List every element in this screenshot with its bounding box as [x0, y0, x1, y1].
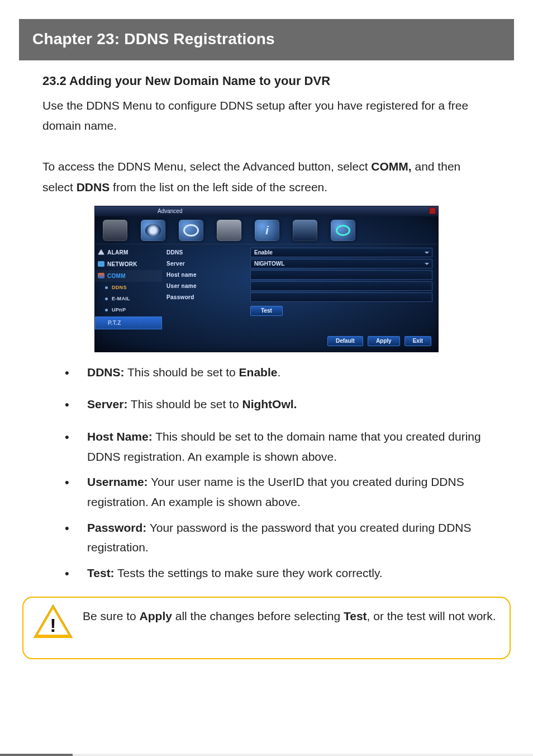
select-ddns-enable[interactable]: Enable [250, 248, 432, 257]
sidebar-label: COMM [107, 273, 126, 279]
page-footer: 91 [0, 754, 533, 756]
toolbar-power-icon[interactable] [331, 220, 355, 241]
bullet-key: Server: [87, 398, 127, 410]
bullet-test: Test: Tests the settings to make sure th… [65, 563, 491, 583]
chapter-header: Chapter 23: DDNS Registrations [19, 19, 514, 60]
bullet-key: Test: [87, 566, 115, 579]
test-button[interactable]: Test [250, 306, 283, 316]
alarm-icon [98, 249, 104, 255]
warning-icon: ! [34, 604, 73, 640]
text-fragment: from the list on the left side of the sc… [110, 181, 327, 193]
label-ddns: DDNS [166, 249, 250, 256]
close-icon[interactable] [429, 207, 436, 214]
label-server: Server [166, 261, 250, 267]
toolbar-maintenance-icon[interactable] [293, 220, 317, 241]
bullet-key: Host Name: [87, 430, 153, 443]
section-heading: 23.2 Adding your New Domain Name to your… [42, 70, 491, 92]
toolbar-info-icon[interactable] [255, 220, 279, 241]
dvr-window-title: Advanced [158, 208, 182, 214]
dvr-titlebar: Advanced [95, 206, 438, 216]
network-icon [98, 261, 104, 267]
bold-apply: Apply [140, 609, 172, 622]
bold-comm: COMM, [371, 160, 411, 173]
toolbar-settings-icon[interactable] [141, 220, 165, 241]
dvr-footer: Default Apply Exit [95, 332, 438, 352]
toolbar-system-icon[interactable] [103, 220, 127, 241]
bullet-key: Username: [87, 475, 148, 488]
exit-button[interactable]: Exit [404, 336, 431, 346]
bold-test: Test [344, 609, 367, 622]
default-button[interactable]: Default [327, 336, 363, 346]
toolbar-storage-icon[interactable] [217, 220, 241, 241]
bullet-value: Enable [239, 366, 278, 379]
bullet-username: Username: Your user name is the UserID t… [65, 472, 491, 512]
sidebar-label: E-MAIL [112, 296, 130, 301]
sidebar-item-ptz[interactable]: P.T.Z [95, 316, 162, 329]
dvr-screenshot: Advanced ALARM NETWORK COMM DDNS E-MAIL … [94, 206, 439, 352]
text-fragment: , or the test will not work. [367, 609, 496, 622]
label-username: User name [166, 283, 250, 289]
text-fragment: Be sure to [83, 609, 140, 622]
bullet-hostname: Host Name: This should be set to the dom… [65, 427, 491, 466]
dvr-sidebar: ALARM NETWORK COMM DDNS E-MAIL UPnP P.T.… [95, 244, 162, 332]
bullet-text: Tests the settings to make sure they wor… [115, 566, 383, 579]
sidebar-subitem-ddns[interactable]: DDNS [95, 282, 162, 293]
bullet-text: This should be set to [127, 398, 242, 410]
text-fragment: To access the DDNS Menu, select the Adva… [42, 160, 371, 173]
caution-box: ! Be sure to Apply all the changes befor… [22, 597, 511, 659]
input-hostname[interactable] [250, 270, 432, 280]
bullet-server: Server: This should be set to NightOwl. [65, 394, 491, 414]
label-password: Password [166, 294, 250, 300]
caution-text: Be sure to Apply all the changes before … [83, 603, 496, 627]
intro-paragraph-1: Use the DDNS Menu to configure DDNS setu… [42, 96, 491, 137]
bullet-password: Password: Your password is the password … [65, 518, 491, 557]
bullet-ddns: DDNS: This should be set to Enable. [65, 362, 491, 382]
dvr-form-panel: DDNS Enable Server NIGHTOWL Host name Us… [162, 244, 438, 332]
dvr-toolbar [95, 216, 438, 244]
sidebar-label: P.T.Z [108, 320, 121, 326]
sidebar-item-alarm[interactable]: ALARM [95, 247, 162, 258]
apply-button[interactable]: Apply [368, 336, 400, 346]
bold-ddns: DDNS [77, 181, 110, 193]
toolbar-search-icon[interactable] [179, 220, 203, 241]
select-server[interactable]: NIGHTOWL [250, 259, 432, 268]
bullet-key: DDNS: [87, 366, 125, 379]
sidebar-label: ALARM [107, 249, 129, 256]
input-password[interactable] [250, 292, 432, 302]
comm-icon [98, 273, 104, 278]
text-fragment: all the changes before selecting [172, 609, 344, 622]
bullet-text: This should be set to [125, 366, 239, 379]
sidebar-label: UPnP [112, 307, 126, 313]
sidebar-item-network[interactable]: NETWORK [95, 258, 162, 270]
sidebar-label: NETWORK [107, 261, 137, 267]
bullet-text: . [277, 366, 280, 379]
page-number: 91 [0, 754, 73, 756]
sidebar-label: DDNS [112, 285, 127, 290]
intro-paragraph-2: To access the DDNS Menu, select the Adva… [42, 157, 491, 198]
bullet-key: Password: [87, 521, 146, 534]
input-username[interactable] [250, 281, 432, 291]
label-hostname: Host name [166, 272, 250, 278]
sidebar-subitem-email[interactable]: E-MAIL [95, 293, 162, 304]
footer-bar [73, 754, 533, 756]
bullet-value: NightOwl. [242, 398, 297, 410]
sidebar-subitem-upnp[interactable]: UPnP [95, 304, 162, 315]
sidebar-item-comm[interactable]: COMM [95, 270, 162, 282]
chapter-title: Chapter 23: DDNS Registrations [32, 30, 501, 48]
bullet-list: DDNS: This should be set to Enable. Serv… [0, 360, 533, 583]
